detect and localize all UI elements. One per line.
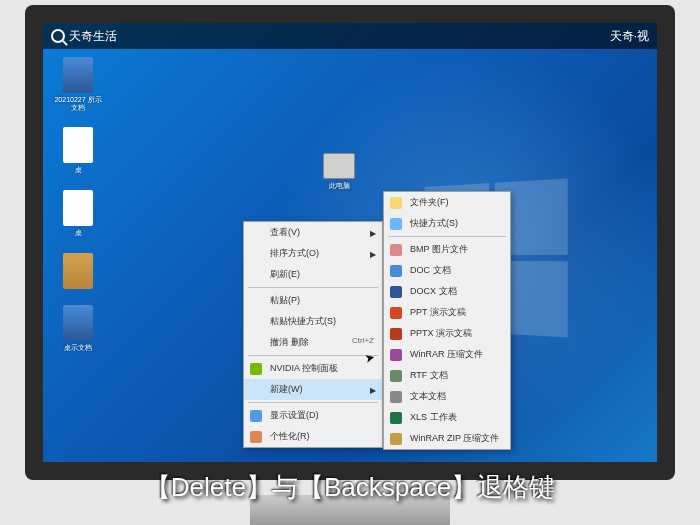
menu-item-label: 新建(W) (270, 384, 303, 394)
menu-item-label: 查看(V) (270, 227, 300, 237)
magnify-icon (51, 29, 65, 43)
menu-item[interactable]: PPT 演示文稿 (384, 302, 510, 323)
menu-item-label: 快捷方式(S) (410, 218, 458, 228)
desktop-icon[interactable]: 20210227 所示文档 (51, 57, 105, 111)
menu-separator (388, 236, 506, 237)
menu-item[interactable]: 快捷方式(S) (384, 213, 510, 234)
folder-icon (390, 197, 402, 209)
submenu-arrow-icon: ▶ (370, 228, 376, 237)
menu-item-label: 文件夹(F) (410, 197, 449, 207)
menu-item[interactable]: 粘贴快捷方式(S) (244, 311, 382, 332)
menu-item[interactable]: WinRAR 压缩文件 (384, 344, 510, 365)
menu-item[interactable]: 粘贴(P) (244, 290, 382, 311)
video-subtitle: 【Delete】与【Backspace】退格键 (0, 470, 700, 505)
video-overlay-bar: 天奇生活 天奇·视 (43, 23, 657, 49)
zip-icon (390, 433, 402, 445)
menu-item[interactable]: NVIDIA 控制面板 (244, 358, 382, 379)
shortcut-icon (390, 218, 402, 230)
menu-item-label: 个性化(R) (270, 431, 310, 441)
menu-item[interactable]: BMP 图片文件 (384, 239, 510, 260)
menu-item[interactable]: 刷新(E) (244, 264, 382, 285)
menu-item-label: DOCX 文档 (410, 286, 457, 296)
computer-icon (323, 153, 355, 179)
menu-item-label: 撤消 删除 (270, 337, 309, 347)
brand-right: 天奇·视 (610, 28, 649, 45)
menu-item-label: WinRAR 压缩文件 (410, 349, 483, 359)
menu-item-label: 显示设置(D) (270, 410, 319, 420)
personalize-icon (250, 431, 262, 443)
desktop-context-menu[interactable]: 查看(V)▶排序方式(O)▶刷新(E)粘贴(P)粘贴快捷方式(S)撤消 删除Ct… (243, 221, 383, 448)
menu-item-label: PPT 演示文稿 (410, 307, 466, 317)
pptx-icon (390, 328, 402, 340)
docx-icon (390, 286, 402, 298)
menu-item[interactable]: 文件夹(F) (384, 192, 510, 213)
desktop-screen[interactable]: 天奇生活 天奇·视 20210227 所示文档 桌 桌 (43, 23, 657, 462)
menu-shortcut: Ctrl+Z (352, 336, 374, 345)
menu-separator (248, 287, 378, 288)
menu-item-label: 粘贴快捷方式(S) (270, 316, 336, 326)
desktop-icon[interactable]: 桌 (51, 127, 105, 174)
submenu-arrow-icon: ▶ (370, 249, 376, 258)
desktop-icon[interactable] (51, 253, 105, 289)
menu-item[interactable]: 个性化(R) (244, 426, 382, 447)
doc-icon (390, 265, 402, 277)
desktop-icon[interactable]: 桌 (51, 190, 105, 237)
menu-item[interactable]: 查看(V)▶ (244, 222, 382, 243)
menu-item[interactable]: 显示设置(D) (244, 405, 382, 426)
desktop-icon[interactable]: 桌示文档 (51, 305, 105, 352)
menu-item[interactable]: 新建(W)▶ (244, 379, 382, 400)
menu-item-label: WinRAR ZIP 压缩文件 (410, 433, 499, 443)
txt-icon (390, 391, 402, 403)
menu-item-label: PPTX 演示文稿 (410, 328, 472, 338)
this-pc-icon[interactable]: 此电脑 (323, 153, 355, 191)
ppt-icon (390, 307, 402, 319)
menu-item-label: 刷新(E) (270, 269, 300, 279)
menu-item[interactable]: WinRAR ZIP 压缩文件 (384, 428, 510, 449)
menu-item[interactable]: 排序方式(O)▶ (244, 243, 382, 264)
brand-left: 天奇生活 (69, 28, 117, 45)
bmp-icon (390, 244, 402, 256)
menu-item-label: BMP 图片文件 (410, 244, 468, 254)
menu-item[interactable]: RTF 文档 (384, 365, 510, 386)
menu-item[interactable]: PPTX 演示文稿 (384, 323, 510, 344)
xls-icon (390, 412, 402, 424)
menu-separator (248, 402, 378, 403)
menu-item-label: RTF 文档 (410, 370, 448, 380)
menu-item-label: 粘贴(P) (270, 295, 300, 305)
rtf-icon (390, 370, 402, 382)
nvidia-icon (250, 363, 262, 375)
display-icon (250, 410, 262, 422)
menu-item[interactable]: DOCX 文档 (384, 281, 510, 302)
rar-icon (390, 349, 402, 361)
submenu-arrow-icon: ▶ (370, 385, 376, 394)
menu-item[interactable]: DOC 文档 (384, 260, 510, 281)
menu-item-label: XLS 工作表 (410, 412, 457, 422)
menu-item-label: NVIDIA 控制面板 (270, 363, 338, 373)
menu-item[interactable]: XLS 工作表 (384, 407, 510, 428)
monitor-frame: 天奇生活 天奇·视 20210227 所示文档 桌 桌 (25, 5, 675, 480)
menu-separator (248, 355, 378, 356)
menu-item-label: 文本文档 (410, 391, 446, 401)
menu-item-label: 排序方式(O) (270, 248, 319, 258)
new-submenu[interactable]: 文件夹(F)快捷方式(S)BMP 图片文件DOC 文档DOCX 文档PPT 演示… (383, 191, 511, 450)
menu-item[interactable]: 撤消 删除Ctrl+Z (244, 332, 382, 353)
menu-item[interactable]: 文本文档 (384, 386, 510, 407)
desktop-icons-column: 20210227 所示文档 桌 桌 桌示文档 (51, 57, 111, 367)
menu-item-label: DOC 文档 (410, 265, 451, 275)
